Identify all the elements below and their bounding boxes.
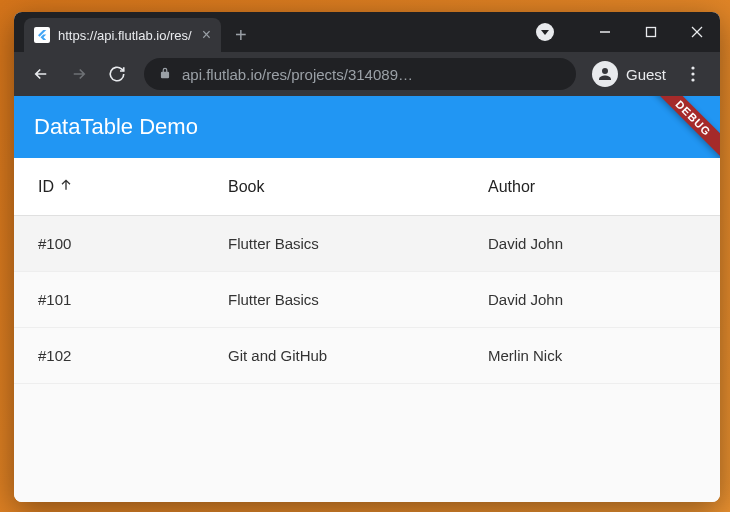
cell-book: Flutter Basics — [228, 235, 488, 252]
avatar-icon — [592, 61, 618, 87]
address-bar[interactable]: api.flutlab.io/res/projects/314089… — [144, 58, 576, 90]
table-row[interactable]: #100 Flutter Basics David John — [14, 216, 720, 272]
table-row[interactable]: #101 Flutter Basics David John — [14, 272, 720, 328]
titlebar: https://api.flutlab.io/res/ × + — [14, 12, 720, 52]
minimize-button[interactable] — [582, 12, 628, 52]
cell-id: #102 — [38, 347, 228, 364]
column-label: Author — [488, 178, 535, 196]
new-tab-button[interactable]: + — [221, 18, 261, 52]
window-controls — [536, 12, 720, 52]
close-icon[interactable]: × — [200, 26, 213, 44]
forward-button[interactable] — [62, 57, 96, 91]
lock-icon — [158, 66, 172, 83]
cell-author: David John — [488, 235, 696, 252]
reload-button[interactable] — [100, 57, 134, 91]
close-window-button[interactable] — [674, 12, 720, 52]
cell-author: Merlin Nick — [488, 347, 696, 364]
toolbar: api.flutlab.io/res/projects/314089… Gues… — [14, 52, 720, 96]
table-header: ID Book Author — [14, 158, 720, 216]
sort-ascending-icon — [58, 177, 74, 197]
browser-window: https://api.flutlab.io/res/ × + — [14, 12, 720, 502]
flutter-icon — [34, 27, 50, 43]
column-header-id[interactable]: ID — [38, 177, 228, 197]
guest-label: Guest — [626, 66, 666, 83]
maximize-button[interactable] — [628, 12, 674, 52]
app-bar: DataTable Demo DEBUG — [14, 96, 720, 158]
cell-book: Flutter Basics — [228, 291, 488, 308]
column-label: Book — [228, 178, 264, 196]
column-header-author[interactable]: Author — [488, 178, 696, 196]
tab-title: https://api.flutlab.io/res/ — [58, 28, 192, 43]
profile-button[interactable]: Guest — [586, 61, 672, 87]
table-body: #100 Flutter Basics David John #101 Flut… — [14, 216, 720, 384]
svg-point-6 — [691, 78, 694, 81]
content-area: ID Book Author #100 Flutter Basics David… — [14, 158, 720, 502]
svg-rect-1 — [647, 28, 656, 37]
svg-point-4 — [691, 66, 694, 69]
data-table: ID Book Author #100 Flutter Basics David… — [14, 158, 720, 384]
url-text: api.flutlab.io/res/projects/314089… — [182, 66, 413, 83]
cell-id: #100 — [38, 235, 228, 252]
debug-banner: DEBUG — [644, 96, 720, 158]
page-title: DataTable Demo — [34, 114, 198, 140]
table-row[interactable]: #102 Git and GitHub Merlin Nick — [14, 328, 720, 384]
cell-author: David John — [488, 291, 696, 308]
cell-id: #101 — [38, 291, 228, 308]
back-button[interactable] — [24, 57, 58, 91]
column-header-book[interactable]: Book — [228, 178, 488, 196]
browser-tab[interactable]: https://api.flutlab.io/res/ × — [24, 18, 221, 52]
chevron-down-icon[interactable] — [536, 23, 554, 41]
menu-button[interactable] — [676, 57, 710, 91]
cell-book: Git and GitHub — [228, 347, 488, 364]
svg-point-5 — [691, 72, 694, 75]
column-label: ID — [38, 178, 54, 196]
